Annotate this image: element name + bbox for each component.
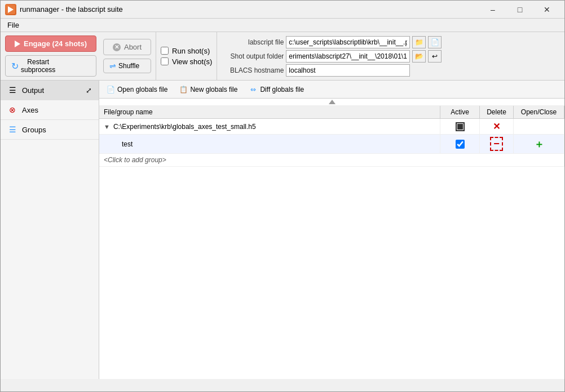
minimize-button[interactable]: – — [480, 1, 506, 19]
refresh-icon: ↩ — [432, 52, 438, 60]
group-delete-cell: − — [480, 135, 514, 154]
menu-bar: File — [1, 19, 564, 32]
shot-output-row: Shot output folder 📂 ↩ — [222, 50, 560, 63]
group-openclose-cell: ＋ — [514, 135, 564, 154]
file-delete-button[interactable]: ✕ — [493, 121, 500, 132]
window-title: runmanager - the labscript suite — [20, 5, 480, 14]
run-shots-checkbox[interactable] — [161, 47, 169, 55]
folder-open-icon: 📂 — [415, 52, 423, 60]
play-icon — [15, 41, 20, 47]
engage-button[interactable]: Engage (24 shots) — [5, 35, 96, 52]
globals-table: File/group name Active Delete Open/Close… — [99, 106, 564, 379]
sidebar-item-axes[interactable]: ⊗ Axes — [1, 100, 99, 120]
file-menu[interactable]: File — [3, 20, 24, 30]
maximize-button[interactable]: □ — [507, 1, 533, 19]
group-name-cell: test — [99, 135, 440, 154]
shot-output-refresh-button[interactable]: ↩ — [428, 50, 442, 63]
labscript-file-row: labscript file 📁 📄 — [222, 36, 560, 48]
run-shots-label: Run shot(s) — [172, 47, 210, 55]
diff-globals-button[interactable]: ⇔ Diff globals file — [246, 84, 306, 95]
globals-toolbar: 📄 Open globals file 📋 New globals file ⇔… — [99, 81, 564, 99]
run-shots-checkbox-row[interactable]: Run shot(s) — [161, 47, 212, 55]
title-bar: runmanager - the labscript suite – □ ✕ — [1, 1, 564, 19]
new-globals-button[interactable]: 📋 New globals file — [176, 84, 240, 95]
diff-icon: ⇔ — [249, 85, 258, 94]
sidebar-output-label: Output — [22, 86, 44, 95]
restart-icon: ↻ — [11, 61, 19, 72]
view-shots-checkbox[interactable] — [161, 57, 169, 65]
triangle-up-icon — [329, 100, 336, 104]
file-active-cell — [440, 119, 480, 135]
open-globals-button[interactable]: 📄 Open globals file — [104, 84, 170, 95]
shot-output-browse-button[interactable]: 📂 — [412, 50, 426, 63]
view-shots-checkbox-row[interactable]: View shot(s) — [161, 57, 212, 66]
main-content: ☰ Output ⤢ ⊗ Axes ☰ Groups 📄 Open global… — [1, 81, 564, 379]
axes-icon: ⊗ — [7, 105, 17, 115]
labscript-file-edit-button[interactable]: 📄 — [428, 36, 442, 48]
col-header-active: Active — [440, 106, 480, 119]
shuffle-icon: ⇌ — [109, 61, 116, 70]
toolbar-right-section: labscript file 📁 📄 Shot output folder 📂 … — [217, 32, 564, 80]
edit-icon: 📄 — [431, 38, 439, 46]
new-file-icon: 📋 — [179, 85, 188, 94]
sidebar-item-output[interactable]: ☰ Output ⤢ — [1, 81, 99, 100]
groups-icon: ☰ — [7, 124, 17, 135]
add-group-cell[interactable]: <Click to add group> — [99, 154, 564, 167]
sidebar-axes-label: Axes — [22, 106, 38, 114]
sidebar-item-groups[interactable]: ☰ Groups — [1, 120, 99, 140]
labscript-file-input[interactable] — [286, 36, 410, 48]
view-shots-label: View shot(s) — [172, 57, 212, 66]
file-openclose-cell — [514, 119, 564, 135]
table-row: ▼ C:\Experiments\krb\globals_axes_test_s… — [99, 119, 564, 135]
shot-output-input[interactable] — [286, 50, 410, 63]
expand-icon: ⤢ — [86, 86, 92, 95]
window-controls: – □ ✕ — [480, 1, 560, 19]
output-icon: ☰ — [7, 85, 17, 95]
group-active-cell — [440, 135, 480, 154]
shuffle-button[interactable]: ⇌ Shuffle — [103, 59, 151, 73]
col-header-name: File/group name — [99, 106, 440, 119]
shot-output-label: Shot output folder — [222, 52, 284, 60]
file-active-checkbox[interactable] — [456, 122, 465, 131]
main-toolbar: Engage (24 shots) ↻ Restartsubprocess ✕ … — [1, 32, 564, 81]
group-active-checkbox[interactable] — [456, 140, 465, 149]
restart-subprocess-button[interactable]: ↻ Restartsubprocess — [5, 55, 96, 77]
file-delete-cell: ✕ — [480, 119, 514, 135]
file-path-label: C:\Experiments\krb\globals_axes_test_sma… — [113, 123, 256, 131]
checkbox-fill — [457, 124, 463, 130]
group-open-button[interactable]: ＋ — [534, 137, 544, 151]
col-header-openclose: Open/Close — [514, 106, 564, 119]
blacs-hostname-label: BLACS hostname — [222, 66, 284, 74]
collapse-indicator[interactable] — [99, 99, 564, 106]
sidebar: ☰ Output ⤢ ⊗ Axes ☰ Groups — [1, 81, 99, 379]
toolbar-mid-section: Run shot(s) View shot(s) — [156, 32, 217, 80]
table-row: test − — [99, 135, 564, 154]
content-panel: 📄 Open globals file 📋 New globals file ⇔… — [99, 81, 564, 379]
folder-icon: 📁 — [415, 38, 423, 46]
app-icon — [5, 4, 16, 15]
sidebar-groups-label: Groups — [22, 126, 46, 134]
labscript-file-label: labscript file — [222, 38, 284, 46]
group-delete-button[interactable]: − — [490, 137, 503, 151]
file-name-cell: ▼ C:\Experiments\krb\globals_axes_test_s… — [99, 119, 440, 135]
table-row[interactable]: <Click to add group> — [99, 154, 564, 167]
blacs-hostname-row: BLACS hostname — [222, 64, 560, 77]
col-header-delete: Delete — [480, 106, 514, 119]
toolbar-left-section: Engage (24 shots) ↻ Restartsubprocess ✕ … — [1, 32, 156, 80]
files-table: File/group name Active Delete Open/Close… — [99, 106, 564, 167]
open-file-icon: 📄 — [106, 85, 115, 94]
close-button[interactable]: ✕ — [534, 1, 560, 19]
labscript-file-browse-button[interactable]: 📁 — [412, 36, 426, 48]
group-name-label: test — [122, 140, 133, 148]
chevron-down-icon[interactable]: ▼ — [104, 123, 110, 130]
abort-icon: ✕ — [113, 43, 121, 51]
abort-button[interactable]: ✕ Abort — [103, 39, 151, 55]
blacs-hostname-input[interactable] — [286, 64, 410, 77]
